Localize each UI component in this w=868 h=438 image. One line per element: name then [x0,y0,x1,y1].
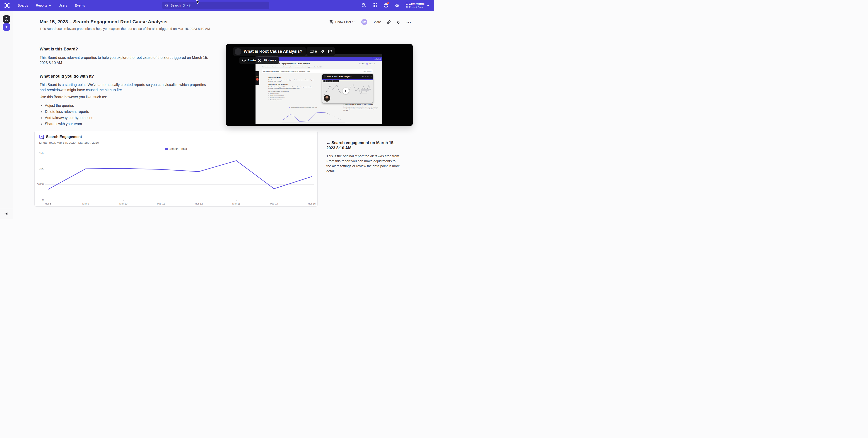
filter-icon [329,20,334,24]
clock-icon [242,59,246,62]
video-views: 19 views [264,59,276,62]
presenter-avatar-thumb [235,48,242,55]
video-duration: 1 min [248,59,256,62]
x-axis-tick [161,200,161,201]
link-icon [367,76,369,77]
legend-label: Search - Total [169,147,187,150]
share-button[interactable]: Share [373,20,381,24]
heart-icon [396,20,401,24]
project-scope: All Project Data [406,6,425,9]
chart-legend: Search - Total [35,147,317,150]
x-axis-tick-label: Mar 8 [40,202,56,205]
gridline [45,153,314,154]
open-external-icon [370,76,372,77]
nested-video-content [322,80,373,103]
comments-button[interactable]: 0 [310,49,317,54]
x-axis-tick [274,200,274,201]
list-item: Share it with your team [45,121,93,127]
x-axis-tick-label: Mar 11 [153,202,169,205]
open-video-external-button[interactable] [328,49,332,54]
nested-video-meta: 18 sec 1 view [323,80,339,82]
mini-board-subtitle: This Board uses relevant properties to h… [262,66,322,68]
x-axis-tick-label: Mar 13 [228,202,244,205]
views-icon [332,80,333,82]
divider [35,146,317,146]
compass-icon [4,17,9,21]
project-switcher[interactable]: E-Commerce All Project Data [406,2,430,9]
nested-text-lines [361,89,371,94]
help-icon[interactable] [383,3,389,8]
nav-item-events[interactable]: Events [75,4,85,7]
avatar[interactable]: CM [361,19,367,25]
search-shortcut: ⌘ + K [183,4,191,7]
gridline [45,169,314,169]
video-title-bar: What is Root Cause Analysis? [233,47,306,56]
copy-link-button[interactable] [386,20,391,24]
x-axis-tick-label: Mar 9 [78,202,94,205]
section-paragraph: This Board uses relevant properties to h… [40,55,208,65]
page-subtitle: This Board uses relevant properties to h… [40,27,210,31]
expand-sidebar-icon [4,212,8,215]
data-management-icon[interactable] [361,3,366,8]
link-icon [320,49,324,54]
series-line-search-total [48,161,312,189]
nav-item-boards[interactable]: Boards [18,4,28,7]
mini-toolbar: Hide FilterShare♡⋯ [359,63,378,65]
chevron-down-icon [427,4,430,6]
apps-grid-icon[interactable] [372,3,377,8]
discovery-compass-button[interactable] [3,15,10,23]
legend-swatch [165,148,167,150]
nav-item-reports[interactable]: Reports [36,4,51,7]
add-board-button[interactable]: + [3,23,10,31]
mixpanel-logo[interactable] [4,2,10,8]
report-icon [39,134,44,140]
list-item: Add takeaways or hypotheses [45,115,93,121]
page-title: Mar 15, 2023 – Search Engagement Root Ca… [40,19,167,25]
copy-video-link-button[interactable] [320,49,324,54]
mini-side-note: ← Search usage on March 15, 2023 8:10 AM… [343,104,378,111]
link-icon [387,20,391,24]
x-axis-tick [312,200,312,201]
side-note-body: This is the original report the alert wa… [327,154,401,173]
filter-count: 1 [354,20,356,24]
comment-icon [310,49,314,54]
open-external-icon [328,49,332,54]
search-input[interactable]: Search ⌘ + K [162,2,269,9]
more-options-button[interactable]: ••• [406,20,411,24]
mini-recorder-widget: 0:02 [255,71,259,85]
settings-gear-icon[interactable] [395,3,400,8]
expand-sidebar-button[interactable] [0,208,13,219]
y-axis-tick-label: 10K [36,167,44,170]
usage-bullet-list: Adjust the queries Delete less relevant … [40,102,93,127]
y-axis-tick-label: 15K [36,151,44,154]
project-name: E-Commerce [406,2,425,6]
left-rail: + [0,11,13,219]
section-paragraph: Use this Board however you like, such as… [40,94,208,100]
nested-video-card: What is Root Cause Analysis? 0 18 sec [322,74,373,103]
search-placeholder: Search [170,4,181,7]
mixpanel-board-page: Boards Reports Users Events Search ⌘ + K [0,0,434,219]
mini-date-controls: Mar 9, 2023 – Mar 15, 2023 Today Yesterd… [262,69,373,73]
x-axis-tick-label: Mar 15 [304,202,320,205]
nested-play-button [342,88,349,94]
show-filter-button[interactable]: Show Filter • 1 [329,20,356,24]
side-note-title: ← Search engagement on March 15, 2023 8:… [327,140,401,151]
search-icon [165,4,168,7]
x-axis-tick-label: Mar 10 [116,202,131,205]
video-meta-bar: 1 min 19 views [239,57,279,64]
notification-dot [387,2,389,4]
video-embed[interactable]: Mar 15, 2023 - Search Enga... × + Boards… [226,44,413,126]
x-axis-tick-label: Mar 12 [191,202,207,205]
list-item: Adjust the queries [45,102,93,109]
video-thumbnail: Mar 15, 2023 - Search Enga... × + Boards… [255,54,382,124]
favorite-button[interactable] [396,20,401,24]
nav-item-users[interactable]: Users [59,4,67,7]
x-axis-line [45,200,314,200]
chevron-down-icon [49,5,51,6]
report-card-search-engagement[interactable]: Search Engagement Linear, total, Mar 8th… [34,131,317,207]
mini-line-chart [282,109,345,123]
mini-intro-text: What is this Board? This Board uses rele… [269,77,316,101]
x-axis-tick [86,200,86,201]
board-toolbar: Show Filter • 1 CM Share ••• [329,19,411,25]
plus-icon: + [5,25,8,30]
